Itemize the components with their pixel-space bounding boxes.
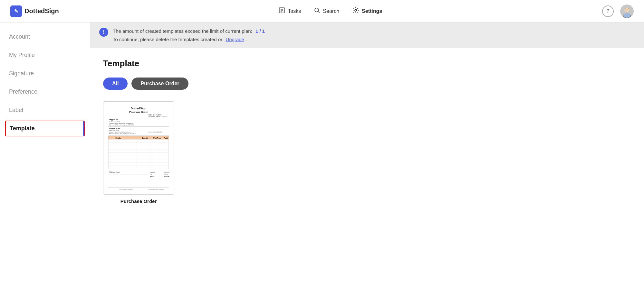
sidebar-item-account[interactable]: Account [0, 28, 90, 46]
nav-tasks[interactable]: Tasks [279, 7, 301, 15]
svg-text:123.40: 123.40 [164, 174, 168, 175]
svg-text:Shipped To:: Shipped To: [109, 119, 118, 121]
main-content: ! The amount of created templates exceed… [90, 23, 644, 284]
filter-purchase-order[interactable]: Purchase Order [131, 78, 188, 90]
svg-text:1,357.40: 1,357.40 [164, 176, 170, 178]
logo-icon: ✎ [10, 5, 22, 17]
svg-point-6 [315, 8, 319, 12]
svg-text:1,234.00: 1,234.00 [164, 171, 170, 173]
sidebar-my-profile-label: My Profile [9, 52, 35, 59]
svg-text:Subtotal:: Subtotal: [150, 171, 155, 173]
filter-tabs: All Purchase Order [103, 78, 631, 90]
svg-text:Purchase Order: Purchase Order [129, 111, 148, 114]
svg-text:Tax:: Tax: [150, 174, 152, 175]
svg-text:Ordering Party Signature: Ordering Party Signature [119, 188, 134, 190]
sidebar-item-my-profile[interactable]: My Profile [0, 46, 90, 64]
sidebar-item-template[interactable]: Template [5, 121, 85, 136]
svg-text:Additional Notes:: Additional Notes: [109, 171, 120, 173]
svg-text:Address: 456 Oak Ave., Metropo: Address: 456 Oak Ave., Metropolis, NY 10… [109, 133, 136, 134]
sidebar-preference-label: Preference [9, 88, 37, 95]
banner-count: 1 / 1 [255, 28, 265, 34]
svg-text:Confirming Party Signature: Confirming Party Signature [149, 188, 165, 190]
nav-search[interactable]: Search [314, 7, 339, 15]
template-grid: DottedSign Purchase Order Order No.: #12… [103, 101, 631, 204]
banner-message-part2: To continue, please delete the templates… [113, 37, 222, 42]
nav-settings-label: Settings [362, 8, 382, 14]
svg-point-12 [625, 8, 629, 12]
banner-icon: ! [99, 28, 108, 37]
sidebar-item-signature[interactable]: Signature [0, 64, 90, 83]
template-card-label: Purchase Order [120, 198, 157, 204]
body-layout: Account My Profile Signature Preference … [0, 23, 644, 284]
svg-text:Total: Total [164, 137, 168, 139]
search-icon [314, 7, 320, 15]
help-button[interactable]: ? [602, 5, 614, 17]
settings-icon [352, 7, 359, 15]
header-nav: Tasks Search Settings [279, 7, 382, 15]
sidebar-template-label: Template [10, 125, 35, 132]
svg-point-8 [355, 9, 357, 11]
banner: ! The amount of created templates exceed… [90, 23, 644, 48]
svg-point-15 [623, 13, 630, 18]
tasks-icon [279, 7, 285, 15]
svg-text:Purchase Order #: 1234567: Purchase Order #: 1234567 [149, 116, 167, 117]
banner-text: The amount of created templates exceed t… [113, 27, 265, 43]
svg-text:Quantity: Quantity [142, 137, 149, 139]
logo[interactable]: ✎ DottedSign [10, 5, 59, 17]
svg-point-13 [626, 9, 626, 10]
help-icon: ? [607, 8, 610, 14]
sidebar-label-label: Label [9, 107, 23, 114]
svg-text:DottedSign: DottedSign [131, 107, 147, 110]
svg-text:TOTAL:: TOTAL: [150, 176, 155, 178]
template-card-purchase-order[interactable]: DottedSign Purchase Order Order No.: #12… [103, 101, 174, 204]
svg-line-7 [318, 12, 320, 13]
svg-text:Phone: 555-123-45678: Phone: 555-123-45678 [149, 131, 162, 133]
svg-text:Address: 123 Main St., Anytown: Address: 123 Main St., Anytown, CA 90210 [109, 124, 134, 126]
sidebar-item-label[interactable]: Label [0, 101, 90, 119]
upgrade-link[interactable]: Upgrade [226, 37, 244, 42]
sidebar-signature-label: Signature [9, 70, 34, 77]
nav-tasks-label: Tasks [288, 8, 301, 14]
avatar[interactable] [620, 5, 634, 18]
header-right: ? [602, 5, 634, 18]
sidebar-account-label: Account [9, 33, 30, 40]
nav-search-label: Search [323, 8, 339, 14]
sidebar-item-preference[interactable]: Preference [0, 83, 90, 101]
svg-text:✎: ✎ [14, 9, 18, 14]
app-header: ✎ DottedSign Tasks S [0, 0, 644, 23]
template-page: Template All Purchase Order DottedSign P… [90, 48, 644, 284]
svg-point-14 [628, 9, 628, 10]
filter-all[interactable]: All [103, 78, 128, 90]
logo-text: DottedSign [24, 7, 59, 15]
template-thumbnail: DottedSign Purchase Order Order No.: #12… [103, 101, 174, 195]
banner-message-part3: . [245, 37, 247, 42]
sidebar: Account My Profile Signature Preference … [0, 23, 90, 284]
banner-message-part1: The amount of created templates exceed t… [113, 28, 252, 34]
page-title: Template [103, 59, 631, 69]
svg-text:Shipped From:: Shipped From: [109, 127, 120, 129]
svg-text:Details: Details [115, 137, 121, 139]
nav-settings[interactable]: Settings [352, 7, 382, 15]
